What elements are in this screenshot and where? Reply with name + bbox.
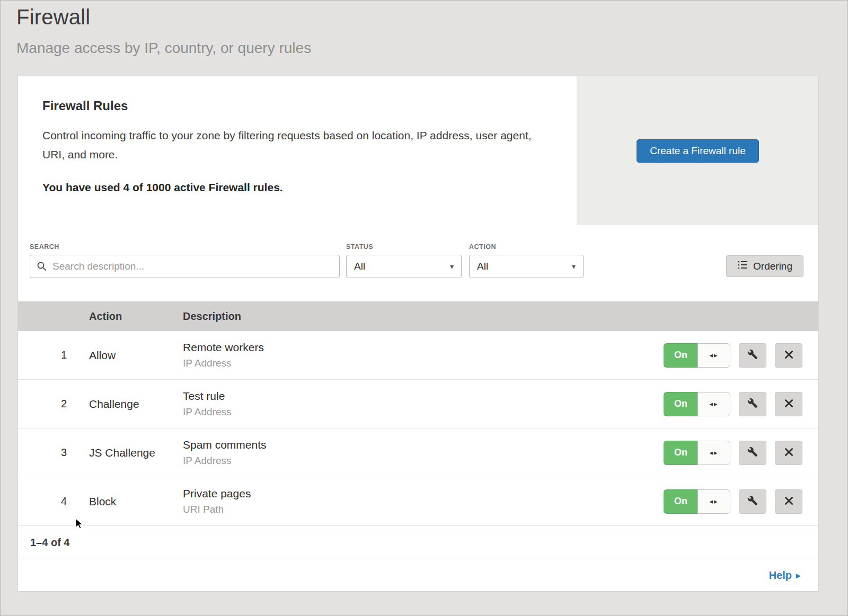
table-row: 3 JS Challenge Spam comments IP Address …	[18, 428, 818, 477]
action-select[interactable]: All ▾	[469, 255, 584, 278]
help-arrow-icon: ▸	[796, 570, 800, 581]
rule-match-type: URI Path	[183, 504, 643, 515]
rule-description: Private pages	[183, 487, 643, 500]
rule-enabled-toggle[interactable]: On ◂▸	[664, 392, 730, 416]
delete-rule-button[interactable]	[775, 441, 802, 465]
rule-priority: 2	[18, 398, 89, 410]
rule-match-type: IP Address	[183, 406, 643, 418]
search-input[interactable]	[30, 255, 340, 278]
firewall-rules-card: Firewall Rules Control incoming traffic …	[17, 76, 819, 592]
status-filter: Status All ▾	[346, 243, 462, 278]
toggle-on-label: On	[664, 441, 697, 465]
rule-action: Block	[89, 495, 183, 508]
table-header: Action Description	[18, 301, 818, 331]
search-icon	[37, 261, 47, 274]
rule-priority: 1	[18, 349, 89, 361]
rule-action: Challenge	[89, 398, 183, 410]
toggle-on-label: On	[664, 392, 697, 416]
status-select[interactable]: All ▾	[346, 255, 462, 278]
delete-rule-button[interactable]	[775, 489, 802, 514]
rule-description: Test rule	[183, 390, 643, 403]
rule-priority: 4	[18, 495, 89, 507]
page-header: Firewall Manage access by IP, country, o…	[0, 0, 848, 57]
toggle-handle-icon: ◂▸	[697, 441, 730, 465]
rule-match-type: IP Address	[183, 455, 643, 467]
close-icon	[784, 496, 793, 507]
rule-enabled-toggle[interactable]: On ◂▸	[664, 441, 730, 465]
ordered-list-icon	[737, 260, 748, 272]
page-title: Firewall	[16, 5, 848, 29]
toggle-on-label: On	[664, 489, 697, 514]
status-value: All	[354, 261, 365, 272]
wrench-icon	[747, 398, 758, 410]
rule-action: Allow	[89, 349, 183, 362]
chevron-down-icon: ▾	[450, 262, 454, 271]
intro-action-panel: Create a Firewall rule	[577, 76, 818, 225]
toggle-handle-icon: ◂▸	[697, 489, 730, 514]
rule-description: Remote workers	[183, 341, 643, 354]
rule-enabled-toggle[interactable]: On ◂▸	[664, 343, 730, 368]
action-value: All	[477, 261, 488, 272]
rule-match-type: IP Address	[183, 358, 643, 369]
edit-rule-button[interactable]	[739, 343, 766, 368]
wrench-icon	[747, 447, 758, 459]
create-firewall-rule-button[interactable]: Create a Firewall rule	[637, 139, 759, 163]
table-footer: 1–4 of 4	[18, 526, 818, 559]
rule-action: JS Challenge	[89, 447, 183, 459]
edit-rule-button[interactable]	[739, 489, 766, 514]
card-footer: Help ▸	[18, 559, 818, 591]
page-subtitle: Manage access by IP, country, or query r…	[16, 40, 848, 57]
action-filter: Action All ▾	[469, 243, 584, 278]
ordering-button-label: Ordering	[753, 261, 792, 272]
rule-enabled-toggle[interactable]: On ◂▸	[664, 489, 730, 514]
toggle-handle-icon: ◂▸	[697, 392, 730, 416]
close-icon	[784, 448, 793, 458]
wrench-icon	[747, 495, 758, 507]
filter-bar: Search Status All ▾ Action All ▾	[18, 225, 818, 301]
toggle-on-label: On	[664, 343, 697, 368]
ordering-button[interactable]: Ordering	[726, 255, 803, 277]
close-icon	[784, 350, 793, 361]
help-link-label: Help	[769, 569, 792, 582]
chevron-down-icon: ▾	[572, 262, 576, 271]
section-description: Control incoming traffic to your zone by…	[42, 126, 543, 164]
column-header-action: Action	[89, 310, 183, 323]
action-label: Action	[469, 243, 584, 251]
delete-rule-button[interactable]	[775, 392, 802, 416]
status-label: Status	[346, 243, 462, 251]
table-row: 4 Block Private pages URI Path On ◂▸	[18, 477, 818, 526]
table-row: 1 Allow Remote workers IP Address On ◂▸	[18, 331, 818, 380]
toggle-handle-icon: ◂▸	[697, 343, 730, 368]
close-icon	[784, 399, 793, 409]
rule-priority: 3	[18, 447, 89, 459]
section-title: Firewall Rules	[42, 99, 555, 113]
edit-rule-button[interactable]	[739, 441, 766, 465]
rule-description: Spam comments	[183, 439, 643, 451]
pagination-summary: 1–4 of 4	[30, 537, 69, 549]
usage-summary: You have used 4 of 1000 active Firewall …	[42, 181, 555, 194]
intro-text: Firewall Rules Control incoming traffic …	[18, 76, 577, 225]
intro-section: Firewall Rules Control incoming traffic …	[18, 76, 818, 225]
table-row: 2 Challenge Test rule IP Address On ◂▸	[18, 380, 818, 428]
delete-rule-button[interactable]	[775, 343, 802, 368]
column-header-description: Description	[183, 310, 643, 323]
search-label: Search	[30, 243, 340, 251]
help-link[interactable]: Help ▸	[769, 569, 800, 582]
edit-rule-button[interactable]	[739, 392, 766, 416]
search-filter: Search	[30, 243, 340, 278]
wrench-icon	[747, 349, 758, 361]
rules-table: Action Description 1 Allow Remote worker…	[18, 301, 818, 559]
